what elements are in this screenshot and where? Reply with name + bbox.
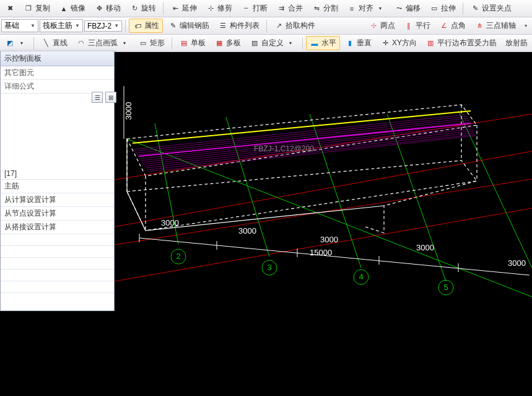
- lbl: 自定义: [261, 38, 284, 48]
- toolbar-edit: ✖ ❐复制 ▲镜像 ✥移动 ↻旋转 ⇤延伸 ⊹修剪 ╌打断 ⇉合并 ⇋分割 ≡对…: [0, 0, 532, 17]
- btn-custom[interactable]: ▨自定义▾: [246, 36, 299, 50]
- btn-setpoint[interactable]: ✎设置夹点: [466, 1, 515, 15]
- chevron-down-icon[interactable]: ▾: [521, 21, 531, 31]
- btn-vertical[interactable]: ▮垂直: [341, 36, 375, 50]
- lbl: 平行: [416, 20, 430, 31]
- separator: [266, 20, 267, 32]
- btn-pick-component[interactable]: ↗拾取构件: [270, 19, 319, 33]
- separator: [125, 20, 126, 32]
- svg-text:3000: 3000: [124, 102, 133, 120]
- panel-row[interactable]: [1, 234, 114, 246]
- lbl: 拾取构件: [286, 20, 315, 31]
- btn-point-angle[interactable]: ∠点角: [435, 19, 469, 33]
- chevron-down-icon: ▾: [17, 38, 27, 48]
- tool-icon: ◩: [5, 38, 15, 48]
- lbl: 直线: [53, 38, 68, 48]
- btn-two-point[interactable]: ⊹两点: [365, 19, 399, 33]
- btn-break[interactable]: ╌打断: [237, 1, 271, 15]
- lbl: 两点: [380, 20, 395, 31]
- btn-stretch[interactable]: ▭拉伸: [425, 1, 460, 15]
- btn-split[interactable]: ⇋分割: [308, 1, 342, 15]
- btn-rotate[interactable]: ↻旋转: [126, 1, 160, 15]
- property-icon: 🏷: [133, 21, 142, 31]
- chevron-down-icon: ▾: [120, 38, 129, 48]
- btn-merge[interactable]: ⇉合并: [273, 1, 307, 15]
- btn-xy[interactable]: ✛XY方向: [377, 36, 421, 50]
- btn-properties[interactable]: 🏷属性: [129, 19, 163, 33]
- dd-fbzj[interactable]: 筏板主筋▼: [40, 19, 83, 32]
- aux-axis-group: ⊹两点 ‖平行 ∠点角 ⋔三点辅轴 ▾: [365, 19, 531, 33]
- btn-multi-slab[interactable]: ▦多板: [211, 36, 245, 50]
- panel-row[interactable]: 从计算设置计算: [1, 193, 114, 207]
- edge-rebar-icon: ▥: [425, 38, 435, 48]
- grid-bubble-3: 3: [262, 260, 277, 275]
- slab-wireframe: [127, 105, 477, 233]
- panel-row[interactable]: [1, 258, 114, 270]
- arc-icon: ◠: [76, 38, 86, 48]
- btn-copy[interactable]: ❐复制: [20, 1, 54, 15]
- lbl: 属性: [144, 20, 159, 31]
- svg-text:5: 5: [443, 283, 448, 292]
- btn-line[interactable]: ╲直线: [37, 36, 71, 50]
- panel-close-button[interactable]: ⊠: [105, 92, 116, 103]
- align-icon: ≡: [347, 4, 357, 14]
- btn-offset[interactable]: ⤳偏移: [390, 1, 424, 15]
- panel-row[interactable]: [1, 270, 114, 281]
- panel-row[interactable]: 主筋: [1, 180, 114, 193]
- threeaux-icon: ⋔: [474, 21, 484, 31]
- lbl: 三点画弧: [88, 38, 118, 48]
- btn-parallel[interactable]: ‖平行: [400, 19, 434, 33]
- dim-text: 3000: [508, 258, 526, 268]
- mirror-icon: ▲: [59, 4, 69, 14]
- display-control-panel[interactable]: 示控制面板 其它图元 详细公式 [17] 主筋 从计算设置计算 从节点设置计算 …: [0, 51, 115, 311]
- svg-line-28: [148, 136, 476, 172]
- rebar-icon: ✎: [168, 21, 178, 31]
- btn-rect[interactable]: ▭矩形: [134, 36, 168, 50]
- svg-line-1: [53, 151, 532, 238]
- btn-move[interactable]: ✥移动: [90, 1, 124, 15]
- single-slab-icon: ▤: [179, 38, 189, 48]
- chevron-down-icon: ▼: [30, 23, 35, 29]
- lbl: 多板: [226, 38, 241, 48]
- merge-icon: ⇉: [276, 4, 286, 14]
- panel-menu-button[interactable]: ☰: [92, 92, 103, 103]
- grid-bubble-5: 5: [438, 280, 453, 295]
- panel-row[interactable]: 从搭接设置计算: [1, 221, 114, 234]
- xy-icon: ✛: [380, 38, 390, 48]
- lbl: 旋转: [141, 3, 156, 14]
- dd-base[interactable]: 基础▼: [1, 19, 38, 32]
- dd-value: 基础: [4, 20, 19, 31]
- toolbar-component: 基础▼ 筏板主筋▼ FBZJ-2▼ 🏷属性 ✎编辑钢筋 ☰构件列表 ↗拾取构件 …: [0, 17, 532, 35]
- lbl: 移动: [106, 3, 121, 14]
- btn-arc3[interactable]: ◠三点画弧▾: [72, 36, 133, 50]
- panel-row[interactable]: [17]: [1, 168, 114, 180]
- svg-text:4: 4: [359, 272, 363, 281]
- btn-edge-rebar[interactable]: ▥平行边布置受力筋: [422, 36, 500, 50]
- dd-fbzj-item[interactable]: FBZJ-2▼: [84, 20, 122, 32]
- panel-row[interactable]: 其它图元: [1, 66, 114, 80]
- multi-slab-icon: ▦: [214, 38, 224, 48]
- btn-extend[interactable]: ⇤延伸: [167, 1, 201, 15]
- btn-horizontal[interactable]: ▬水平: [306, 36, 340, 50]
- btn-radial-rebar[interactable]: 放射筋▾: [502, 36, 532, 50]
- grid-bubble-2: 2: [171, 249, 186, 264]
- btn-mirror[interactable]: ▲镜像: [55, 1, 89, 15]
- btn-edit-rebar[interactable]: ✎编辑钢筋: [164, 19, 213, 33]
- btn-trim[interactable]: ⊹修剪: [202, 1, 236, 15]
- ptangle-icon: ∠: [439, 21, 449, 31]
- dim-total: 15000: [310, 248, 332, 257]
- dd-value: 筏板主筋: [43, 20, 72, 31]
- lbl: 合并: [288, 3, 303, 14]
- btn-single-slab[interactable]: ▤单板: [175, 36, 209, 50]
- btn-delete-prefix[interactable]: ✖: [1, 2, 19, 15]
- panel-list[interactable]: 其它图元 详细公式 [17] 主筋 从计算设置计算 从节点设置计算 从搭接设置计…: [1, 66, 114, 310]
- panel-row[interactable]: [1, 281, 114, 293]
- horiz-icon: ▬: [310, 38, 320, 48]
- btn-three-aux[interactable]: ⋔三点辅轴: [471, 19, 520, 33]
- panel-row[interactable]: [1, 246, 114, 258]
- btn-component-list[interactable]: ☰构件列表: [214, 19, 263, 33]
- svg-line-5: [226, 117, 269, 257]
- btn-prev-tool[interactable]: ◩▾: [1, 37, 30, 50]
- panel-row[interactable]: 从节点设置计算: [1, 207, 114, 221]
- btn-align[interactable]: ≡对齐▾: [343, 1, 389, 15]
